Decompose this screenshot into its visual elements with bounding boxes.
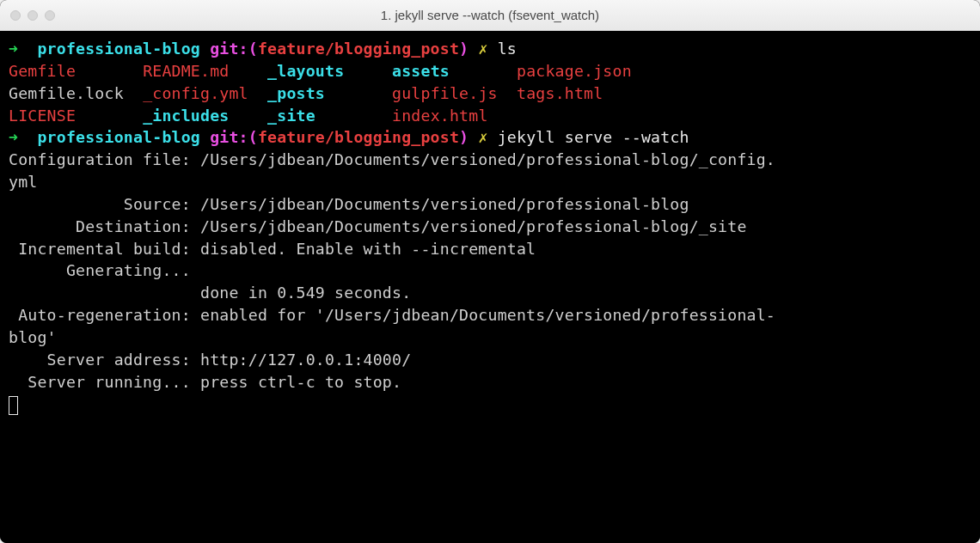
prompt-git-branch: feature/blogging_post xyxy=(258,128,459,146)
output-line: Auto-regeneration: enabled for '/Users/j… xyxy=(9,306,775,324)
command-ls: ls xyxy=(498,40,517,58)
output-line: blog' xyxy=(9,328,57,346)
output-line: Configuration file: /Users/jdbean/Docume… xyxy=(9,150,775,168)
prompt-git-branch: feature/blogging_post xyxy=(258,40,459,58)
window-title: 1. jekyll serve --watch (fsevent_watch) xyxy=(10,8,970,22)
zoom-icon[interactable] xyxy=(45,10,55,21)
prompt-arrow-icon: ➜ xyxy=(9,40,18,58)
ls-dir: _site xyxy=(267,107,315,125)
ls-dir: _includes xyxy=(143,107,229,125)
ls-file: Gemfile.lock xyxy=(9,84,124,102)
ls-dir: _posts xyxy=(267,84,325,102)
ls-dir: _layouts xyxy=(267,62,344,80)
prompt-cwd: professional-blog xyxy=(37,40,200,58)
ls-file: index.html xyxy=(392,107,488,125)
prompt-cwd: professional-blog xyxy=(37,128,200,146)
ls-file: gulpfile.js xyxy=(392,84,498,102)
output-line: Source: /Users/jdbean/Documents/versione… xyxy=(9,195,689,213)
output-line: Generating... xyxy=(9,261,191,279)
prompt-git-close: ) xyxy=(459,40,469,58)
cursor-icon xyxy=(9,396,18,415)
git-dirty-icon: ✗ xyxy=(478,40,487,58)
ls-file: README.md xyxy=(143,62,229,80)
output-line: Incremental build: disabled. Enable with… xyxy=(9,240,536,258)
close-icon[interactable] xyxy=(10,10,21,21)
output-line: done in 0.549 seconds. xyxy=(9,284,411,302)
output-line: Server address: http://127.0.0.1:4000/ xyxy=(9,351,411,369)
prompt-arrow-icon: ➜ xyxy=(9,128,18,146)
command-jekyll: jekyll serve --watch xyxy=(498,128,689,146)
ls-dir: assets xyxy=(392,62,450,80)
titlebar[interactable]: 1. jekyll serve --watch (fsevent_watch) xyxy=(0,0,980,31)
ls-file: package.json xyxy=(517,62,632,80)
output-line: yml xyxy=(9,173,37,191)
ls-file: tags.html xyxy=(517,84,603,102)
prompt-git-label: git:( xyxy=(210,128,258,146)
output-line: Destination: /Users/jdbean/Documents/ver… xyxy=(9,217,747,235)
ls-file: Gemfile xyxy=(9,62,76,80)
output-line: Server running... press ctrl-c to stop. xyxy=(9,373,401,391)
prompt-git-label: git:( xyxy=(210,40,258,58)
prompt-git-close: ) xyxy=(459,128,469,146)
minimize-icon[interactable] xyxy=(28,10,38,21)
terminal-window: 1. jekyll serve --watch (fsevent_watch) … xyxy=(0,0,980,543)
traffic-lights xyxy=(10,10,55,21)
terminal-body[interactable]: ➜ professional-blog git:(feature/bloggin… xyxy=(0,31,980,543)
ls-file: _config.yml xyxy=(143,84,248,102)
ls-file: LICENSE xyxy=(9,107,76,125)
git-dirty-icon: ✗ xyxy=(478,128,487,146)
